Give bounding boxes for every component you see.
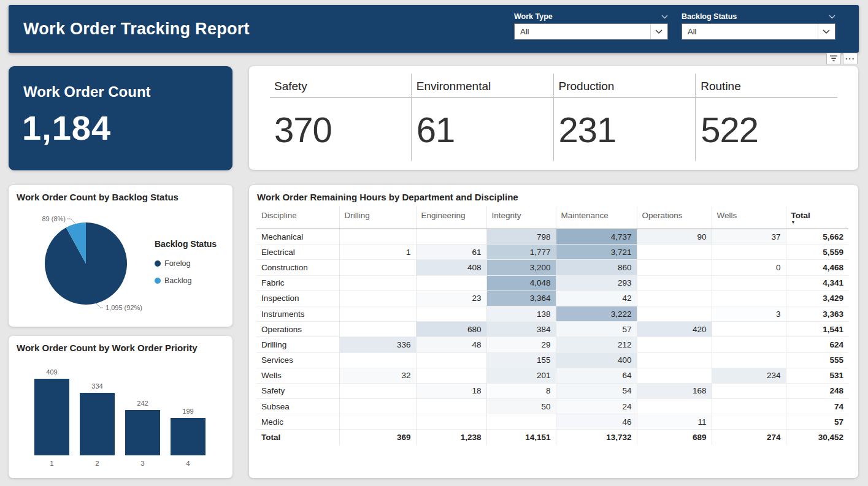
legend-item-backlog[interactable]: Backlog (155, 272, 217, 289)
matrix-col-header-discipline[interactable]: Discipline (256, 207, 339, 229)
matrix-row[interactable]: Subsea502474 (256, 399, 848, 414)
matrix-value-cell (416, 368, 486, 383)
matrix-col-header-maintenance[interactable]: Maintenance (556, 207, 637, 229)
matrix-col-header-drilling[interactable]: Drilling (339, 207, 416, 229)
category-value: 370 (274, 109, 411, 150)
chevron-down-icon[interactable] (829, 15, 835, 19)
work-type-dropdown[interactable]: All (514, 23, 668, 40)
matrix-discipline-cell: Total (256, 430, 339, 445)
matrix-value-cell (712, 275, 786, 290)
filter-label: Backlog Status (682, 12, 737, 21)
chevron-down-icon[interactable] (661, 15, 668, 19)
matrix-col-header-operations[interactable]: Operations (637, 207, 712, 229)
bar-priority-1[interactable] (34, 379, 69, 455)
matrix-total-cell: 4,468 (786, 260, 848, 275)
matrix-total-cell: 531 (786, 368, 848, 383)
matrix-row[interactable]: Services155400555 (256, 352, 848, 368)
work-order-count-card: Work Order Count 1,184 (9, 66, 232, 170)
matrix-discipline-cell: Subsea (256, 399, 339, 414)
matrix-total-cell: 57 (786, 414, 848, 430)
visual-header-toolbar: ··· (826, 53, 858, 64)
matrix-value-cell (637, 275, 712, 290)
bar-priority-3[interactable] (125, 410, 160, 455)
pie-legend: Backlog Status Forelog Backlog (155, 239, 217, 289)
matrix-row[interactable]: Mechanical7984,73790375,662 (256, 229, 848, 245)
matrix-total-cell: 3,363 (786, 306, 848, 321)
matrix-discipline-cell: Safety (256, 383, 339, 398)
matrix-value-cell: 29 (486, 337, 556, 352)
matrix-value-cell: 274 (712, 430, 786, 445)
bar-chart: 4091334224231994 (34, 336, 205, 468)
matrix-value-cell: 4,737 (556, 229, 637, 245)
matrix-table: DisciplineDrillingEngineeringIntegrityMa… (256, 207, 848, 445)
matrix-value-cell: 48 (416, 337, 486, 352)
category-item-safety: Safety 370 (270, 74, 411, 161)
matrix-row[interactable]: Medic461157 (256, 414, 848, 430)
bar-priority-2[interactable] (80, 393, 115, 455)
matrix-row[interactable]: Operations680384574201,541 (256, 322, 848, 337)
matrix-row[interactable]: Drilling3364829212624 (256, 337, 848, 352)
matrix-value-cell: 42 (556, 290, 637, 306)
bar-value-label: 409 (46, 368, 57, 376)
pie-card-title: Work Order Count by Backlog Status (9, 185, 232, 202)
matrix-discipline-cell: Inspection (256, 290, 339, 306)
matrix-value-cell: 201 (486, 368, 556, 383)
matrix-value-cell (339, 229, 416, 245)
bar-category-label: 1 (50, 455, 53, 468)
matrix-row[interactable]: Wells3220164234531 (256, 368, 848, 383)
matrix-total-cell: 4,341 (786, 275, 848, 290)
filter-icon[interactable] (826, 53, 841, 64)
matrix-row[interactable]: Electrical1611,7773,7215,559 (256, 245, 848, 260)
matrix-value-cell (712, 399, 786, 414)
matrix-value-cell (339, 352, 416, 368)
matrix-value-cell (416, 399, 486, 414)
more-options-icon[interactable]: ··· (843, 53, 858, 64)
pie-slice-forelog[interactable] (45, 222, 127, 305)
category-item-production: Production 231 (553, 74, 696, 161)
bar-priority-4[interactable] (171, 418, 205, 455)
matrix-col-header-engineering[interactable]: Engineering (416, 207, 486, 229)
matrix-body: Mechanical7984,73790375,662Electrical161… (256, 229, 848, 445)
matrix-value-cell: 46 (556, 414, 637, 430)
legend-item-forelog[interactable]: Forelog (155, 255, 217, 272)
matrix-col-header-total[interactable]: Total▼ (786, 207, 848, 229)
matrix-total-row[interactable]: Total3691,23814,15113,73268927430,452 (256, 430, 848, 445)
legend-title: Backlog Status (155, 239, 217, 249)
matrix-col-header-wells[interactable]: Wells (712, 207, 786, 229)
matrix-value-cell (637, 368, 712, 383)
matrix-value-cell: 3,222 (556, 306, 637, 321)
callout-leader-line (96, 303, 103, 308)
matrix-value-cell (637, 290, 712, 306)
category-label: Production (559, 78, 696, 94)
matrix-value-cell: 408 (416, 260, 486, 275)
matrix-value-cell (339, 414, 416, 430)
kpi-title: Work Order Count (9, 66, 232, 101)
matrix-row[interactable]: Safety18854168248 (256, 383, 848, 398)
matrix-value-cell: 50 (486, 399, 556, 414)
matrix-value-cell: 400 (556, 352, 637, 368)
matrix-value-cell: 64 (556, 368, 637, 383)
matrix-row[interactable]: Construction4083,20086004,468 (256, 260, 848, 275)
category-label: Routine (701, 78, 837, 94)
matrix-row[interactable]: Inspection233,364423,429 (256, 290, 848, 306)
bar-value-label: 242 (137, 400, 148, 407)
matrix-total-cell: 30,452 (786, 430, 848, 445)
bar-column: 2423 (125, 400, 160, 468)
matrix-value-cell (416, 306, 486, 321)
matrix-row[interactable]: Instruments1383,22233,363 (256, 306, 848, 321)
matrix-value-cell: 1 (339, 245, 416, 260)
matrix-value-cell: 3,200 (486, 260, 556, 275)
matrix-value-cell: 689 (637, 430, 712, 445)
bar-column: 4091 (34, 368, 69, 468)
matrix-row[interactable]: Fabric4,0482934,341 (256, 275, 848, 290)
matrix-value-cell (712, 414, 786, 430)
matrix-value-cell (339, 322, 416, 337)
backlog-status-dropdown[interactable]: All (682, 23, 835, 40)
filter-label-row: Backlog Status (682, 10, 835, 23)
bar-column: 1994 (171, 408, 205, 468)
sort-descending-icon: ▼ (791, 220, 844, 225)
chevron-down-icon (650, 24, 667, 39)
dropdown-value: All (688, 27, 696, 36)
category-count-card: Safety 370 Environmental 61 Production 2… (249, 66, 858, 170)
matrix-col-header-integrity[interactable]: Integrity (486, 207, 556, 229)
